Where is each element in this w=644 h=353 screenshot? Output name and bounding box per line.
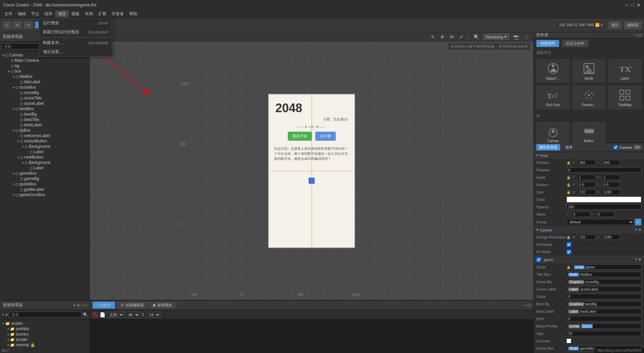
tree-item-maincamera[interactable]: ◻ Main Camera bbox=[0, 58, 90, 63]
gap-val-input[interactable] bbox=[567, 331, 641, 336]
scene-zoom-btn[interactable]: 🔍 bbox=[472, 34, 481, 40]
game-section-checkbox[interactable] bbox=[536, 257, 541, 262]
menu-project-settings[interactable]: 项目设置... bbox=[39, 47, 112, 56]
anchor-y[interactable] bbox=[602, 182, 620, 187]
project-button[interactable]: 项目 bbox=[608, 21, 622, 29]
tree-item-bg[interactable]: ◻ bg bbox=[0, 63, 90, 69]
opacity-input[interactable] bbox=[567, 204, 641, 210]
asset-add[interactable]: + bbox=[73, 303, 76, 308]
scale-x[interactable] bbox=[577, 175, 596, 180]
canvas-enabled-checkbox[interactable] bbox=[613, 145, 618, 149]
log-size-select[interactable]: 14 bbox=[146, 312, 161, 318]
asset-item-internal[interactable]: ▾ 📁 internal 🔒 bbox=[0, 342, 90, 348]
asset-search-btn[interactable]: 🔍 bbox=[83, 312, 88, 317]
anchor-x[interactable] bbox=[577, 182, 596, 187]
editor-button[interactable]: 编辑器 bbox=[624, 21, 641, 29]
tree-item-tipbox[interactable]: ▾ ◻ tipBox bbox=[0, 128, 90, 133]
log-size-up[interactable]: ⇧ bbox=[141, 312, 145, 317]
rank-btn-preview[interactable]: 排行榜 bbox=[315, 132, 336, 141]
fit-height-checkbox[interactable] bbox=[567, 242, 571, 247]
tab-builtin-controls[interactable]: 内置控件 bbox=[536, 40, 559, 47]
asset-item-prefabs[interactable]: ▾ 📁 prefabs bbox=[0, 326, 90, 332]
new-button[interactable]: + bbox=[3, 22, 11, 29]
group-apply-btn[interactable]: ✓ bbox=[635, 219, 641, 225]
scene-scale-tool[interactable]: ⤢ bbox=[458, 34, 465, 40]
scene-camera-btn[interactable]: 📷 bbox=[512, 34, 521, 40]
design-res-h[interactable] bbox=[602, 234, 620, 240]
tree-item-restartbutton[interactable]: ▾ ◻ restartButton bbox=[0, 138, 90, 144]
log-mode-select[interactable]: 正则 bbox=[107, 312, 124, 318]
menu-developer[interactable]: 开发者 bbox=[109, 10, 126, 17]
asset-search-input[interactable] bbox=[9, 312, 82, 318]
log-level-select[interactable]: All bbox=[125, 312, 140, 318]
menu-extend[interactable]: 扩展 bbox=[96, 10, 109, 17]
tree-item-scorelabel[interactable]: ◻ scoreLabel bbox=[0, 101, 90, 106]
position-y[interactable] bbox=[602, 160, 620, 165]
tree-item-rankbutton[interactable]: ▾ ◻ rankButton bbox=[0, 155, 90, 160]
scene-more-btn[interactable]: ⋮ bbox=[523, 34, 531, 40]
close-button[interactable]: ✕ bbox=[637, 2, 641, 8]
tab-service[interactable]: 服务 bbox=[563, 144, 576, 150]
color-swatch[interactable] bbox=[567, 196, 641, 203]
menu-component[interactable]: 组件 bbox=[42, 10, 55, 17]
asset-minimize[interactable]: − bbox=[81, 303, 83, 308]
menu-layout[interactable]: 布局 bbox=[82, 10, 96, 17]
tree-item-gameoverbox[interactable]: ▾ ◻ gameOverBox bbox=[0, 192, 90, 197]
menu-node[interactable]: 节点 bbox=[29, 10, 42, 17]
menu-file[interactable]: 文件 bbox=[2, 10, 15, 17]
scene-area[interactable]: 使用鼠标右键平移视图面板；使用滚轮滚动画布 1,000 500 0 -500 0… bbox=[90, 42, 533, 300]
comp-canvas[interactable]: Canvas bbox=[536, 122, 570, 145]
tree-item-scorebox[interactable]: ▾ ◻ scoreBox bbox=[0, 85, 90, 90]
comp-particle[interactable]: Particle... bbox=[572, 86, 605, 109]
maximize-button[interactable]: □ bbox=[631, 2, 634, 8]
tree-item-bestbg[interactable]: ◻ bestBg bbox=[0, 112, 90, 117]
minimize-button[interactable]: ─ bbox=[625, 2, 629, 8]
restart-btn-preview[interactable]: 重新开始 bbox=[288, 132, 312, 141]
asset-sort2[interactable]: ≡ bbox=[5, 312, 8, 317]
tree-item-bg1[interactable]: ▾ ◻ Background bbox=[0, 144, 90, 149]
comp-sprite[interactable]: Sprite bbox=[572, 59, 605, 83]
canvas-section-remove[interactable]: ✕ bbox=[638, 228, 641, 232]
asset-list-view[interactable]: ≡ bbox=[77, 303, 79, 308]
canvas-section-title[interactable]: ▾ Canvas ? ✕ bbox=[534, 226, 644, 233]
rendering-dropdown[interactable]: Rendering ▾ bbox=[483, 34, 509, 40]
canvas-section-help[interactable]: ? bbox=[635, 228, 637, 232]
asset-item-assets[interactable]: ▾ 📁 assets bbox=[0, 321, 90, 326]
scene-rotate-tool[interactable]: ⟳ bbox=[448, 34, 455, 40]
game-section-title[interactable]: game ? ✕ bbox=[534, 256, 644, 263]
tree-item-gamebg[interactable]: ◻ gameBg bbox=[0, 176, 90, 181]
score-val-input[interactable] bbox=[567, 294, 641, 299]
asset-add2[interactable]: + bbox=[2, 312, 4, 317]
redo-button[interactable]: ↪ bbox=[24, 21, 33, 29]
filter-console-btn[interactable]: 📄 bbox=[100, 312, 105, 317]
size-w[interactable] bbox=[577, 189, 596, 195]
tab-game-preview[interactable]: ▶ 游戏预览 bbox=[149, 302, 176, 309]
menu-panel[interactable]: 面板 bbox=[69, 10, 82, 17]
tree-item-besttitle[interactable]: ◻ bestTitle bbox=[0, 117, 90, 122]
game-section-remove[interactable]: ✕ bbox=[638, 258, 641, 262]
clear-console-btn[interactable]: 🚫 bbox=[93, 312, 98, 317]
tab-props[interactable]: 属性检查器 bbox=[536, 144, 560, 150]
tree-item-label1[interactable]: ◻ Label bbox=[0, 149, 90, 155]
menu-build-publish[interactable]: 构建发布... Ctrl+Shift+B bbox=[39, 38, 112, 47]
comp-richtext[interactable]: T xT Rich Text bbox=[536, 86, 570, 109]
best-val-input[interactable] bbox=[567, 316, 641, 321]
tree-item-titlebox[interactable]: ▾ ◻ titleBox bbox=[0, 74, 90, 79]
tree-item-bg2[interactable]: ▾ ◻ Background bbox=[0, 160, 90, 165]
asset-expand[interactable]: □ bbox=[85, 303, 87, 308]
position-x[interactable] bbox=[577, 160, 596, 165]
menu-run-preview[interactable]: 运行预览 Ctrl+P bbox=[39, 18, 112, 28]
tree-item-scorebg[interactable]: ◻ scoreBg bbox=[0, 90, 90, 95]
comp-splash[interactable]: Splash ... bbox=[536, 59, 570, 83]
tree-item-scoretitle[interactable]: ◻ scoreTitle bbox=[0, 95, 90, 101]
menu-refresh-preview[interactable]: 刷新已经运行的预览 Ctrl+Shift+P bbox=[39, 28, 112, 37]
fit-width-checkbox[interactable] bbox=[567, 250, 571, 254]
rotation-input[interactable] bbox=[567, 167, 641, 173]
skew-x[interactable] bbox=[572, 212, 590, 217]
tree-item-box[interactable]: ▾ ◻ box bbox=[0, 69, 90, 74]
tree-item-titlelabel[interactable]: ◻ titleLabel bbox=[0, 79, 90, 85]
tree-item-gamebox[interactable]: ▾ ◻ gameBox bbox=[0, 171, 90, 176]
comp-tiledmap[interactable]: TiledMap bbox=[608, 86, 641, 109]
scene-select-tool[interactable]: ↖ bbox=[429, 34, 437, 40]
tree-item-welcomelabel[interactable]: ◻ welcomeLabel bbox=[0, 133, 90, 138]
